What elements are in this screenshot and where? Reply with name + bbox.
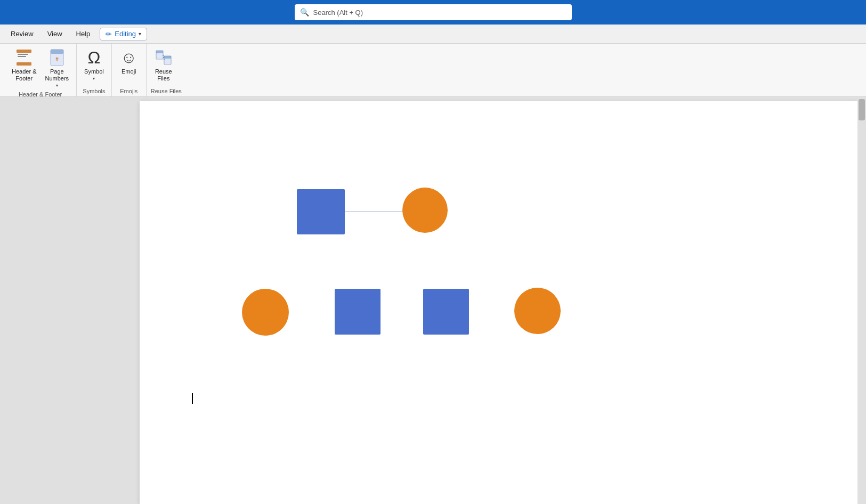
header-footer-label: Header &Footer	[12, 68, 36, 82]
scrollbar-thumb[interactable]	[859, 99, 865, 120]
emoji-label: Emoji	[122, 68, 136, 75]
page-numbers-label: PageNumbers	[45, 68, 69, 82]
menu-help[interactable]: Help	[70, 28, 97, 40]
symbol-button[interactable]: Ω Symbol ▾	[81, 46, 107, 83]
ribbon-group-header-footer-buttons: Header &Footer # PageNumbers ▾	[9, 46, 72, 90]
emoji-button[interactable]: ☺ Emoji	[116, 46, 142, 77]
pencil-icon: ✏	[106, 30, 112, 38]
svg-rect-5	[51, 50, 63, 54]
ribbon-group-emojis-label: Emojis	[116, 87, 142, 96]
symbol-icon: Ω	[87, 48, 100, 67]
symbol-chevron-icon: ▾	[93, 76, 95, 81]
svg-rect-10	[164, 56, 171, 59]
main-area	[0, 97, 866, 504]
ribbon-group-header-footer: Header &Footer # PageNumbers ▾ Header & …	[4, 44, 77, 96]
search-icon: 🔍	[300, 8, 309, 17]
svg-line-11	[163, 55, 164, 60]
page-numbers-icon: #	[48, 48, 66, 67]
ribbon: Header &Footer # PageNumbers ▾ Header & …	[0, 44, 866, 97]
left-sidebar	[0, 97, 140, 504]
menu-review[interactable]: Review	[4, 28, 40, 40]
svg-rect-3	[17, 62, 31, 66]
header-footer-icon	[15, 48, 33, 67]
ribbon-group-emojis-buttons: ☺ Emoji	[116, 46, 142, 87]
reuse-files-icon	[155, 48, 172, 67]
orange-circle-2[interactable]	[242, 289, 289, 336]
orange-circle-1[interactable]	[402, 188, 448, 233]
reuse-files-button[interactable]: ReuseFiles	[151, 46, 176, 84]
ribbon-group-reuse-files: ReuseFiles Reuse Files	[147, 44, 186, 96]
blue-rect-2[interactable]	[335, 289, 381, 335]
ribbon-group-reuse-files-buttons: ReuseFiles	[151, 46, 182, 87]
ribbon-group-reuse-files-label: Reuse Files	[151, 87, 182, 96]
svg-rect-0	[17, 50, 31, 53]
chevron-down-icon: ▾	[139, 31, 141, 37]
svg-text:#: #	[55, 56, 59, 62]
text-cursor	[192, 393, 193, 404]
document-canvas[interactable]	[140, 101, 857, 504]
search-placeholder: Search (Alt + Q)	[313, 9, 363, 17]
header-footer-button[interactable]: Header &Footer	[9, 46, 39, 84]
svg-rect-1	[18, 54, 28, 55]
ribbon-group-emojis: ☺ Emoji Emojis	[112, 44, 147, 96]
editing-button[interactable]: ✏ Editing ▾	[100, 28, 147, 40]
page-numbers-chevron-icon: ▾	[56, 83, 58, 88]
svg-rect-8	[156, 51, 163, 53]
ribbon-group-symbols-label: Symbols	[81, 87, 107, 96]
editing-label: Editing	[115, 30, 136, 38]
ribbon-group-symbols: Ω Symbol ▾ Symbols	[77, 44, 112, 96]
orange-circle-3[interactable]	[514, 288, 561, 334]
page-numbers-button[interactable]: # PageNumbers ▾	[42, 46, 72, 90]
connector-line	[345, 212, 403, 212]
reuse-files-label: ReuseFiles	[155, 68, 172, 82]
blue-rect-1[interactable]	[297, 189, 345, 234]
menu-bar: Review View Help ✏ Editing ▾	[0, 25, 866, 44]
svg-rect-2	[18, 56, 26, 57]
ribbon-group-symbols-buttons: Ω Symbol ▾	[81, 46, 107, 87]
search-bar[interactable]: 🔍 Search (Alt + Q)	[295, 4, 572, 20]
menu-view[interactable]: View	[41, 28, 69, 40]
right-scrollbar[interactable]	[857, 97, 866, 504]
title-bar: 🔍 Search (Alt + Q)	[0, 0, 866, 25]
symbol-label: Symbol	[84, 68, 104, 75]
blue-rect-3[interactable]	[423, 289, 469, 335]
emoji-icon: ☺	[120, 48, 137, 67]
